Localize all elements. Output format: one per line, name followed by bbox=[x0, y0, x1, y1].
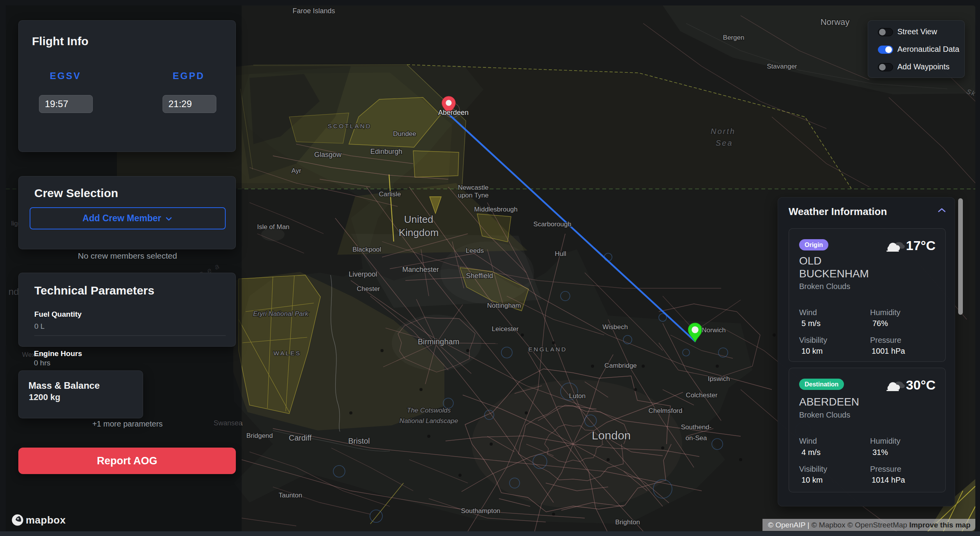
svg-text:Carlisle: Carlisle bbox=[379, 190, 401, 198]
svg-text:Faroe Islands: Faroe Islands bbox=[292, 7, 335, 15]
svg-text:United: United bbox=[404, 213, 433, 225]
svg-text:Glasgow: Glasgow bbox=[314, 151, 342, 159]
svg-text:Leicester: Leicester bbox=[492, 325, 519, 333]
svg-text:Ipswich: Ipswich bbox=[708, 375, 730, 383]
svg-text:Bristol: Bristol bbox=[348, 437, 370, 445]
svg-text:Nottingham: Nottingham bbox=[487, 302, 521, 309]
svg-text:Colchester: Colchester bbox=[686, 391, 718, 399]
svg-text:WALES: WALES bbox=[273, 350, 301, 356]
svg-text:Liverpool: Liverpool bbox=[348, 270, 377, 278]
svg-text:Wisbech: Wisbech bbox=[602, 323, 628, 331]
svg-text:Birmingham: Birmingham bbox=[418, 337, 460, 346]
svg-text:Sea: Sea bbox=[716, 139, 733, 147]
svg-text:Middlesbrough: Middlesbrough bbox=[474, 206, 518, 213]
svg-text:Luton: Luton bbox=[569, 392, 586, 400]
svg-text:Bridgend: Bridgend bbox=[246, 432, 273, 439]
svg-text:Southend-: Southend- bbox=[681, 423, 711, 431]
svg-text:upon Tyne: upon Tyne bbox=[458, 192, 488, 199]
svg-text:on-Sea: on-Sea bbox=[686, 434, 707, 442]
svg-text:Newcastle: Newcastle bbox=[458, 184, 488, 191]
svg-text:Eryri National Park: Eryri National Park bbox=[253, 310, 309, 317]
svg-text:Bergen: Bergen bbox=[723, 34, 745, 41]
svg-text:Cambridge: Cambridge bbox=[604, 362, 637, 369]
svg-text:Scarborough: Scarborough bbox=[533, 220, 571, 228]
svg-text:Brighton: Brighton bbox=[615, 518, 640, 526]
svg-text:London: London bbox=[592, 429, 631, 442]
svg-text:ENGLAND: ENGLAND bbox=[528, 346, 567, 353]
svg-text:Blackpool: Blackpool bbox=[352, 246, 381, 253]
svg-text:North: North bbox=[711, 127, 736, 136]
svg-text:Kingdom: Kingdom bbox=[399, 227, 439, 238]
svg-text:mapbox: mapbox bbox=[26, 514, 66, 526]
svg-text:Manchester: Manchester bbox=[402, 266, 439, 273]
svg-text:Edinburgh: Edinburgh bbox=[370, 148, 402, 155]
svg-text:The Cotswolds: The Cotswolds bbox=[407, 407, 451, 414]
svg-text:Hull: Hull bbox=[555, 250, 566, 257]
svg-text:Norwich: Norwich bbox=[702, 326, 725, 334]
svg-text:Leeds: Leeds bbox=[466, 247, 484, 254]
svg-text:Stavanger: Stavanger bbox=[767, 63, 797, 70]
svg-text:Cardiff: Cardiff bbox=[289, 434, 312, 442]
svg-text:Isle of Man: Isle of Man bbox=[257, 223, 289, 231]
svg-text:National Landscape: National Landscape bbox=[400, 417, 458, 425]
svg-text:Southampton: Southampton bbox=[461, 507, 500, 515]
svg-text:Sheffield: Sheffield bbox=[466, 272, 493, 280]
svg-text:Ayr: Ayr bbox=[291, 167, 301, 175]
svg-text:Chelmsford: Chelmsford bbox=[649, 407, 683, 414]
svg-text:Aberdeen: Aberdeen bbox=[438, 109, 469, 116]
svg-text:SCOTLAND: SCOTLAND bbox=[328, 123, 371, 129]
svg-text:Chester: Chester bbox=[357, 285, 380, 293]
svg-text:Norway: Norway bbox=[821, 17, 850, 27]
svg-text:Dundee: Dundee bbox=[393, 130, 416, 138]
svg-text:Taunton: Taunton bbox=[279, 492, 302, 499]
